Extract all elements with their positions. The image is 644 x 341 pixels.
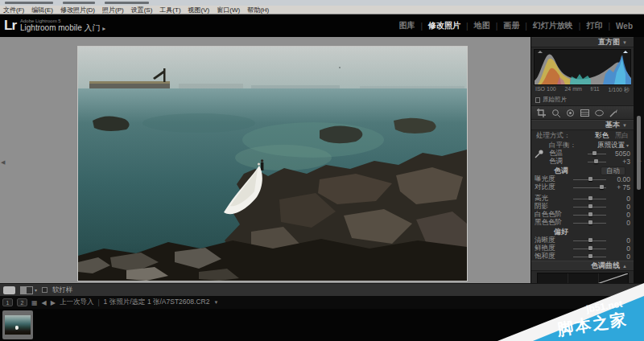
menu-develop[interactable]: 修改照片(D) <box>60 6 95 14</box>
slider-thumb[interactable] <box>588 246 592 250</box>
treatment-bw-option[interactable]: 黑白 <box>615 131 629 141</box>
module-map[interactable]: 地图 <box>474 20 490 31</box>
histogram[interactable] <box>534 49 631 85</box>
module-slideshow[interactable]: 幻灯片放映 <box>533 20 573 31</box>
tool-strip <box>531 105 634 120</box>
grid-view-icon[interactable]: ▦ <box>31 299 38 306</box>
spot-removal-icon[interactable] <box>551 108 561 118</box>
photo-seascape-wedding <box>78 47 467 281</box>
white-balance-value[interactable]: 原照设置 <box>597 141 625 150</box>
slider-thumb[interactable] <box>588 212 592 216</box>
titlebar-text-fragment <box>5 2 53 4</box>
app-header: Lr Adobe Lightroom 5 Lightroom mobile 入门… <box>0 14 644 37</box>
workspace: ◀ <box>0 37 644 283</box>
menu-tools[interactable]: 工具(T) <box>159 6 180 14</box>
separator: | <box>97 298 99 306</box>
filmstrip-source[interactable]: 上一次导入 <box>60 298 94 307</box>
whites-slider-track[interactable] <box>573 215 606 216</box>
module-book[interactable]: 画册 <box>503 20 519 31</box>
red-eye-icon[interactable] <box>565 108 576 118</box>
menu-photo[interactable]: 照片(P) <box>102 6 124 14</box>
menu-file[interactable]: 文件(F) <box>3 6 24 14</box>
lightroom-logo: Lr <box>2 18 20 34</box>
panel-scrollbar[interactable] <box>637 116 641 190</box>
filmstrip-bar: 1 2 ▦ ◀ ▶ 上一次导入 | 1 张照片/选定 1 张/A7ST2608.… <box>0 296 644 309</box>
chevron-up-icon: ▲ <box>622 264 627 269</box>
photo-canvas[interactable] <box>78 47 467 281</box>
filmstrip <box>0 309 644 341</box>
menu-edit[interactable]: 编辑(E) <box>31 6 53 14</box>
white-balance-group: 白平衡： 原照设置 ▾ 色温 5050 色调 +3 <box>531 140 634 166</box>
slider-thumb[interactable] <box>588 196 592 200</box>
shadow-clipping-indicator <box>538 51 543 53</box>
filmstrip-count-filename[interactable]: 1 张照片/选定 1 张/A7ST2608.CR2 <box>104 298 210 307</box>
treatment-color-option[interactable]: 彩色 <box>595 131 609 141</box>
temp-slider-track[interactable] <box>588 154 606 154</box>
slider-contrast: 对比度 + 75 <box>531 183 634 191</box>
tone-curve[interactable] <box>537 273 629 283</box>
menu-window[interactable]: 窗口(W) <box>217 6 240 14</box>
loupe-view-icon[interactable] <box>3 286 15 294</box>
vibrance-slider-track[interactable] <box>573 249 606 249</box>
white-balance-eyedropper-icon[interactable] <box>534 148 545 159</box>
basic-panel-header[interactable]: 基本▼ <box>531 120 634 130</box>
before-after-view-icon[interactable]: ▾ <box>20 286 37 294</box>
slider-saturation: 饱和度 0 <box>531 253 634 261</box>
slider-thumb[interactable] <box>588 238 592 242</box>
play-icon[interactable]: ▸ <box>102 25 105 32</box>
module-library[interactable]: 图库 <box>398 20 415 31</box>
chevron-down-icon: ▼ <box>622 40 627 45</box>
slider-thumb[interactable] <box>588 204 592 208</box>
titlebar-text-fragment <box>105 2 149 4</box>
shadows-slider-track[interactable] <box>573 207 606 207</box>
go-back-icon[interactable]: ◀ <box>42 299 47 306</box>
slider-blacks: 黑色色阶 0 <box>531 219 634 227</box>
slider-thumb[interactable] <box>594 159 598 163</box>
slider-thumb[interactable] <box>588 220 592 224</box>
highlights-slider-track[interactable] <box>573 199 606 199</box>
develop-toolbar: ▾ 软打样 <box>0 283 644 296</box>
soft-proofing-label: 软打样 <box>52 286 73 295</box>
menu-view[interactable]: 视图(V) <box>188 6 210 14</box>
module-develop[interactable]: 修改照片 <box>428 20 460 31</box>
develop-right-panel: 直方图▼ ISO 100 24 mm f/11 <box>530 37 634 283</box>
histogram-panel-header[interactable]: 直方图▼ <box>531 37 634 47</box>
window-titlebar <box>0 0 644 6</box>
radial-filter-icon[interactable] <box>594 108 605 118</box>
slider-thumb[interactable] <box>600 185 604 189</box>
graduated-filter-icon[interactable] <box>580 108 590 118</box>
file-status: 原始照片 <box>531 95 634 105</box>
menu-help[interactable]: 帮助(H) <box>247 6 269 14</box>
main-window-button[interactable]: 1 <box>2 298 13 306</box>
tint-slider-track[interactable] <box>588 162 606 162</box>
treatment-label: 处理方式： <box>536 131 595 141</box>
module-web[interactable]: Web <box>616 22 633 31</box>
blacks-slider-track[interactable] <box>573 223 606 224</box>
adjustment-brush-icon[interactable] <box>609 108 619 118</box>
highlight-clipping-indicator <box>623 51 628 53</box>
second-window-button[interactable]: 2 <box>17 298 27 306</box>
exposure-slider-track[interactable] <box>573 179 606 180</box>
filmstrip-thumbnail-selected[interactable] <box>2 310 33 339</box>
contrast-slider-track[interactable] <box>573 187 606 188</box>
thumbnail-image <box>5 315 31 335</box>
capture-info: ISO 100 24 mm f/11 1/100 秒 <box>531 85 634 95</box>
tone-curve-panel-header[interactable]: 色调曲线▲ <box>531 261 634 271</box>
slider-thumb[interactable] <box>588 254 592 258</box>
auto-tone-button[interactable]: 自动 <box>601 166 625 175</box>
slider-thumb[interactable] <box>588 177 592 181</box>
menu-settings[interactable]: 设置(S) <box>131 6 153 14</box>
module-print[interactable]: 打印 <box>586 20 602 31</box>
app-title: Lightroom mobile 入门 ▸ <box>20 23 105 33</box>
soft-proofing-checkbox[interactable] <box>42 287 47 293</box>
slider-tint: 色调 +3 <box>531 158 634 166</box>
chevron-down-icon[interactable]: ▼ <box>213 300 218 305</box>
right-panel-collapse-icon[interactable]: ▶ <box>638 158 642 164</box>
saturation-slider-track[interactable] <box>573 257 606 257</box>
clarity-slider-track[interactable] <box>573 240 606 241</box>
left-panel-collapse-icon[interactable]: ◀ <box>1 159 5 166</box>
slider-thumb[interactable] <box>592 151 597 155</box>
crop-icon[interactable] <box>536 108 547 118</box>
identity-plate: Lr Adobe Lightroom 5 Lightroom mobile 入门… <box>0 18 105 34</box>
go-forward-icon[interactable]: ▶ <box>51 299 56 306</box>
